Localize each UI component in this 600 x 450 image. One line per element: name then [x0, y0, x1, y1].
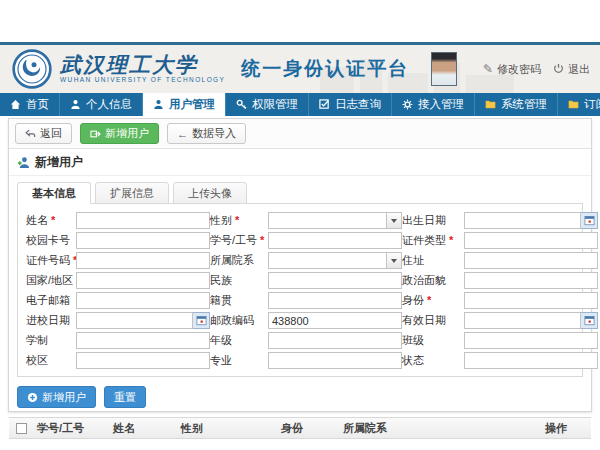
field-label: 住址: [402, 253, 464, 268]
pencil-icon: ✎: [483, 63, 493, 75]
nav-item-access-management[interactable]: 接入管理: [392, 93, 475, 116]
nav-item-system-management[interactable]: 系统管理: [475, 93, 558, 116]
select-value[interactable]: [268, 212, 387, 229]
identity-input[interactable]: [464, 292, 598, 309]
field-label: 所属院系: [210, 253, 268, 268]
add-user-icon: [17, 156, 30, 169]
email-input[interactable]: [76, 292, 210, 309]
student-id-input[interactable]: [268, 232, 402, 249]
col-name: 姓名: [109, 421, 177, 436]
field-label: 身份*: [402, 293, 464, 308]
field-label: 民族: [210, 273, 268, 288]
class-input[interactable]: [464, 332, 598, 349]
basic-info-form: 姓名* 性别* 出生日期 校园卡号 学号/工号* 证件类型* 证件号码* 所属院…: [17, 203, 583, 377]
birth-date-field: [464, 212, 598, 229]
date-input[interactable]: [76, 312, 193, 329]
logout-label: 退出: [568, 62, 590, 77]
id-number-input[interactable]: [76, 252, 210, 269]
data-import-button[interactable]: ← 数据导入: [167, 123, 246, 144]
field-label: 进校日期: [26, 313, 76, 328]
nav-item-personal-info[interactable]: 个人信息: [60, 93, 143, 116]
entry-date-field: [76, 312, 210, 329]
header-right: ✎ 修改密码 退出: [431, 45, 590, 93]
tab-upload-avatar[interactable]: 上传头像: [173, 182, 247, 204]
field-label: 电子邮箱: [26, 293, 76, 308]
field-label: 证件号码*: [26, 253, 76, 268]
valid-date-field: [464, 312, 598, 329]
reset-button[interactable]: 重置: [104, 386, 146, 408]
dropdown-arrow-icon[interactable]: [387, 252, 402, 269]
status-input[interactable]: [464, 352, 598, 369]
department-select[interactable]: [268, 252, 402, 269]
nav-item-permission-management[interactable]: 权限管理: [226, 93, 309, 116]
nav-item-subscription-management[interactable]: 订阅管理: [558, 93, 600, 116]
field-label: 籍贯: [210, 293, 268, 308]
field-label: 状态: [402, 353, 464, 368]
university-name: 武汉理工大学: [60, 54, 225, 76]
id-type-input[interactable]: [464, 232, 598, 249]
address-input[interactable]: [464, 252, 598, 269]
calendar-icon[interactable]: [193, 312, 210, 329]
col-student-id: 学号/工号: [33, 421, 109, 436]
campus-card-input[interactable]: [76, 232, 210, 249]
field-label: 邮政编码: [210, 313, 268, 328]
change-password-label: 修改密码: [497, 62, 541, 77]
nav-item-home[interactable]: 首页: [0, 93, 60, 116]
table-empty-row: [9, 439, 591, 450]
nav-item-log-query[interactable]: 日志查询: [309, 93, 392, 116]
field-label: 姓名*: [26, 213, 76, 228]
university-logo-icon: [12, 49, 52, 89]
field-label: 校园卡号: [26, 233, 76, 248]
political-status-input[interactable]: [464, 272, 598, 289]
date-input[interactable]: [464, 312, 581, 329]
field-label: 有效日期: [402, 313, 464, 328]
country-input[interactable]: [76, 272, 210, 289]
campus-input[interactable]: [76, 352, 210, 369]
university-name-block: 武汉理工大学 WUHAN UNIVERSITY OF TECHNOLOGY: [60, 54, 225, 84]
postal-code-input[interactable]: [268, 312, 402, 329]
log-check-icon: [319, 99, 330, 110]
main-nav: 首页 个人信息 用户管理 权限管理 日志查询 接入管理 系统管理 订阅管理: [0, 93, 600, 116]
gear-icon: [402, 99, 413, 110]
left-arrow-icon: ←: [177, 128, 188, 140]
platform-title: 统一身份认证平台: [241, 56, 409, 82]
folder-icon: [568, 99, 579, 110]
field-label: 年级: [210, 333, 268, 348]
field-label: 政治面貌: [402, 273, 464, 288]
field-label: 国家/地区: [26, 273, 76, 288]
ethnicity-input[interactable]: [268, 272, 402, 289]
calendar-icon[interactable]: [581, 212, 598, 229]
tab-extended-info[interactable]: 扩展信息: [95, 182, 169, 204]
app-window: 武汉理工大学 WUHAN UNIVERSITY OF TECHNOLOGY 统一…: [0, 0, 600, 450]
logout-link[interactable]: 退出: [553, 62, 590, 77]
calendar-icon[interactable]: [581, 312, 598, 329]
user-table: 学号/工号 姓名 性别 身份 所属院系 操作: [9, 417, 591, 450]
native-place-input[interactable]: [268, 292, 402, 309]
major-input[interactable]: [268, 352, 402, 369]
education-length-input[interactable]: [76, 332, 210, 349]
header: 武汉理工大学 WUHAN UNIVERSITY OF TECHNOLOGY 统一…: [0, 45, 600, 93]
change-password-link[interactable]: ✎ 修改密码: [483, 62, 541, 77]
add-user-toolbar-button[interactable]: 新增用户: [80, 123, 159, 144]
home-icon: [10, 99, 21, 110]
dropdown-arrow-icon[interactable]: [387, 212, 402, 229]
col-department: 所属院系: [339, 421, 541, 436]
select-all-checkbox[interactable]: [16, 423, 27, 434]
brand: 武汉理工大学 WUHAN UNIVERSITY OF TECHNOLOGY 统一…: [12, 49, 409, 89]
field-label: 班级: [402, 333, 464, 348]
col-identity: 身份: [277, 421, 339, 436]
user-avatar[interactable]: [431, 52, 457, 86]
submit-add-user-button[interactable]: 新增用户: [17, 386, 96, 408]
form-actions: 新增用户 重置: [9, 377, 591, 408]
back-button[interactable]: 返回: [15, 123, 72, 144]
field-label: 校区: [26, 353, 76, 368]
tab-basic-info[interactable]: 基本信息: [17, 182, 91, 204]
select-value[interactable]: [268, 252, 387, 269]
nav-item-user-management[interactable]: 用户管理: [143, 93, 226, 116]
gender-select[interactable]: [268, 212, 402, 229]
name-input[interactable]: [76, 212, 210, 229]
grade-input[interactable]: [268, 332, 402, 349]
section-title: 新增用户: [35, 154, 83, 171]
toolbar: 返回 新增用户 ← 数据导入: [9, 119, 591, 149]
date-input[interactable]: [464, 212, 581, 229]
